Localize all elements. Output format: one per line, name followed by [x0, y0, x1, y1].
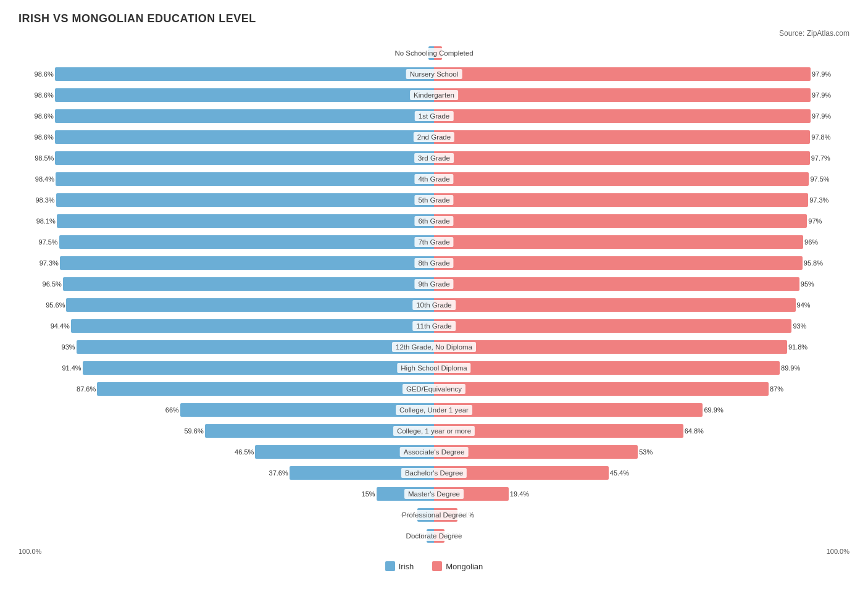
mongolian-value: 93% — [793, 322, 815, 330]
legend-mongolian-label: Mongolian — [446, 562, 483, 571]
mongolian-bar: 97.8% — [434, 130, 810, 144]
irish-bar: 97.5% — [59, 235, 434, 249]
chart-row: 96.5% 9th Grade 95% — [19, 275, 849, 293]
chart-row: 1.4% No Schooling Completed 2.1% — [19, 44, 849, 62]
category-label: Doctorate Degree — [403, 531, 466, 541]
irish-bar: 95.6% — [66, 298, 434, 312]
category-label: Nursery School — [406, 69, 462, 79]
chart-row: 98.6% Kindergarten 97.9% — [19, 86, 849, 104]
irish-bar: 96.5% — [63, 277, 434, 291]
chart-row: 93% 12th Grade, No Diploma 91.8% — [19, 338, 849, 356]
chart-row: 4.4% Professional Degree 6.1% — [19, 506, 849, 524]
irish-bar: 98.5% — [55, 151, 434, 165]
mongolian-bar: 93% — [434, 319, 791, 333]
mongolian-bar: 91.8% — [434, 340, 787, 354]
irish-bar: 98.6% — [55, 67, 434, 81]
mongolian-bar: 97.7% — [434, 151, 810, 165]
chart-row: 98.6% 2nd Grade 97.8% — [19, 128, 849, 146]
chart-row: 97.3% 8th Grade 95.8% — [19, 254, 849, 272]
legend-irish-label: Irish — [399, 562, 414, 571]
mongolian-bar: 94% — [434, 298, 796, 312]
legend: Irish Mongolian — [19, 561, 849, 571]
irish-bar: 98.3% — [56, 193, 434, 207]
irish-value: 98.6% — [31, 91, 54, 99]
chart-row: 98.6% 1st Grade 97.9% — [19, 107, 849, 125]
irish-value: 15% — [353, 490, 375, 498]
legend-irish: Irish — [385, 561, 414, 571]
irish-value: 87.6% — [73, 385, 96, 393]
mongolian-bar: 97.9% — [434, 88, 811, 102]
irish-value: 98.3% — [33, 196, 55, 204]
mongolian-bar: 97% — [434, 214, 807, 228]
irish-value: 91.4% — [59, 364, 81, 372]
legend-irish-color — [385, 561, 395, 571]
category-label: Master's Degree — [404, 489, 464, 499]
mongolian-value: 97.9% — [812, 70, 834, 78]
irish-value: 94.4% — [48, 322, 70, 330]
irish-bar: 98.1% — [57, 214, 434, 228]
mongolian-value: 96% — [804, 238, 827, 246]
category-label: 9th Grade — [414, 279, 453, 289]
irish-bar: 98.4% — [56, 172, 434, 186]
mongolian-bar: 97.3% — [434, 193, 808, 207]
irish-bar: 93% — [77, 340, 434, 354]
bottom-right-label: 100.0% — [827, 548, 849, 555]
category-label: Associate's Degree — [400, 447, 469, 457]
mongolian-value: 97.9% — [812, 112, 834, 120]
category-label: 7th Grade — [414, 237, 453, 247]
chart-area: 1.4% No Schooling Completed 2.1% 98.6% N… — [19, 44, 849, 545]
chart-row: 98.1% 6th Grade 97% — [19, 212, 849, 230]
irish-bar: 98.6% — [55, 109, 434, 123]
chart-row: 94.4% 11th Grade 93% — [19, 317, 849, 335]
category-label: 4th Grade — [414, 174, 453, 184]
category-label: 10th Grade — [412, 300, 456, 310]
mongolian-bar: 95.8% — [434, 256, 803, 270]
category-label: 5th Grade — [414, 195, 453, 205]
irish-bar: 94.4% — [71, 319, 434, 333]
source-label: Source: ZipAtlas.com — [19, 29, 849, 38]
mongolian-bar: 97.9% — [434, 109, 811, 123]
mongolian-value: 87% — [770, 385, 792, 393]
mongolian-bar: 87% — [434, 382, 769, 396]
chart-row: 98.4% 4th Grade 97.5% — [19, 170, 849, 188]
category-label: High School Diploma — [397, 363, 470, 373]
category-label: GED/Equivalency — [403, 384, 465, 394]
chart-row: 98.3% 5th Grade 97.3% — [19, 191, 849, 209]
irish-value: 95.6% — [43, 301, 65, 309]
mongolian-value: 97.5% — [810, 175, 832, 183]
category-label: College, 1 year or more — [393, 426, 475, 436]
chart-row: 59.6% College, 1 year or more 64.8% — [19, 422, 849, 440]
irish-value: 59.6% — [182, 427, 204, 435]
mongolian-value: 91.8% — [788, 343, 811, 351]
bottom-axis: 100.0% 100.0% — [19, 548, 849, 555]
mongolian-value: 53% — [639, 448, 661, 456]
category-label: 2nd Grade — [414, 132, 454, 142]
irish-value: 98.6% — [31, 133, 54, 141]
mongolian-value: 97.9% — [812, 91, 834, 99]
category-label: 1st Grade — [415, 111, 454, 121]
category-label: 8th Grade — [414, 258, 453, 268]
category-label: 12th Grade, No Diploma — [392, 342, 476, 352]
mongolian-value: 89.9% — [781, 364, 803, 372]
mongolian-bar: 95% — [434, 277, 799, 291]
chart-row: 1.9% Doctorate Degree 2.8% — [19, 527, 849, 545]
chart-row: 91.4% High School Diploma 89.9% — [19, 359, 849, 377]
chart-row: 66% College, Under 1 year 69.9% — [19, 401, 849, 419]
chart-row: 46.5% Associate's Degree 53% — [19, 443, 849, 461]
mongolian-value: 95.8% — [804, 259, 826, 267]
chart-row: 37.6% Bachelor's Degree 45.4% — [19, 464, 849, 482]
legend-mongolian: Mongolian — [432, 561, 483, 571]
irish-value: 66% — [157, 406, 179, 414]
mongolian-value: 19.4% — [510, 490, 532, 498]
irish-value: 98.1% — [33, 217, 56, 225]
mongolian-value: 94% — [797, 301, 819, 309]
chart-row: 98.6% Nursery School 97.9% — [19, 65, 849, 83]
category-label: Kindergarten — [410, 90, 458, 100]
mongolian-value: 97% — [808, 217, 830, 225]
chart-title: IRISH VS MONGOLIAN EDUCATION LEVEL — [19, 12, 849, 25]
irish-value: 97.5% — [36, 238, 58, 246]
irish-value: 46.5% — [232, 448, 254, 456]
chart-row: 15% Master's Degree 19.4% — [19, 485, 849, 503]
irish-value: 98.4% — [32, 175, 54, 183]
mongolian-bar: 97.9% — [434, 67, 811, 81]
